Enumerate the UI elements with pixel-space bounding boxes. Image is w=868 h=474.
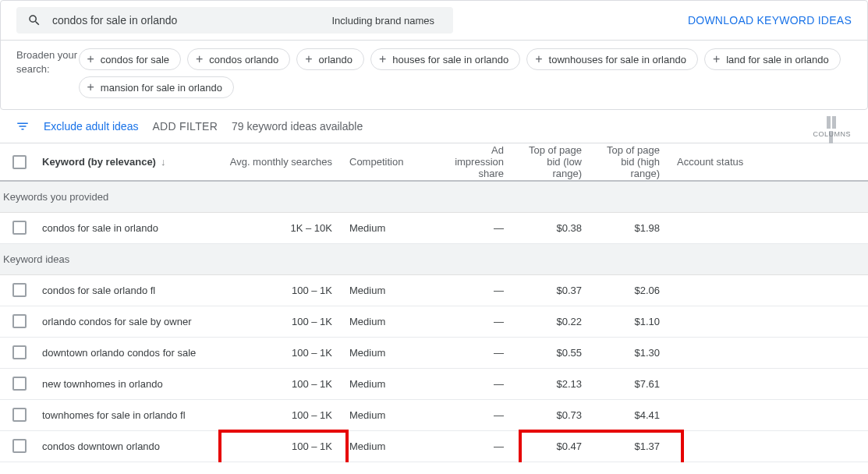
cell-keyword: orlando condos for sale by owner — [39, 306, 218, 337]
cell-searches: 100 – 1K — [218, 368, 343, 399]
row-checkbox-cell[interactable] — [0, 430, 39, 462]
cell-bid-high: $1.30 — [593, 337, 671, 368]
cell-searches: 1K – 10K — [218, 212, 343, 243]
cell-keyword: condos for sale in orlando — [39, 212, 218, 243]
column-account-status[interactable]: Account status — [671, 143, 868, 181]
filter-icon[interactable] — [16, 119, 30, 133]
cell-account-status — [671, 212, 868, 243]
plus-icon: + — [87, 52, 94, 66]
cell-competition: Medium — [343, 368, 437, 399]
cell-impression: — — [437, 430, 515, 462]
column-ad-impression[interactable]: Ad impression share — [437, 143, 515, 181]
table-row: new townhomes in orlando100 – 1KMedium—$… — [0, 368, 868, 399]
chip-orlando[interactable]: +orlando — [296, 48, 364, 70]
select-all-cell[interactable] — [0, 143, 39, 181]
row-checkbox-cell[interactable] — [0, 399, 39, 430]
column-competition[interactable]: Competition — [343, 143, 437, 181]
section-row: Keyword ideas — [0, 243, 868, 274]
chip-condos-for-sale[interactable]: +condos for sale — [79, 48, 182, 70]
cell-searches: 100 – 1K — [218, 430, 343, 462]
checkbox-icon — [12, 314, 27, 328]
column-avg-searches[interactable]: Avg. monthly searches — [218, 143, 343, 181]
sort-arrow-down-icon: ↓ — [161, 156, 166, 168]
cell-account-status — [671, 337, 868, 368]
cell-bid-high: $1.98 — [593, 212, 671, 243]
table-header-row: Keyword (by relevance)↓ Avg. monthly sea… — [0, 143, 868, 181]
chip-label: mansion for sale in orlando — [101, 82, 222, 94]
cell-bid-high: $4.41 — [593, 399, 671, 430]
cell-account-status — [671, 399, 868, 430]
add-filter-button[interactable]: ADD FILTER — [152, 120, 218, 133]
columns-button[interactable]: COLUMNS — [813, 116, 851, 138]
checkbox-icon — [12, 155, 27, 169]
table-row: townhomes for sale in orlando fl100 – 1K… — [0, 399, 868, 430]
plus-icon: + — [87, 80, 94, 94]
cell-bid-high: $7.61 — [593, 368, 671, 399]
section-label: Keywords you provided — [0, 181, 868, 212]
download-keyword-ideas-link[interactable]: DOWNLOAD KEYWORD IDEAS — [688, 14, 852, 27]
row-checkbox-cell[interactable] — [0, 337, 39, 368]
cell-bid-low: $0.47 — [515, 430, 593, 462]
top-section: condos for sale in orlando Including bra… — [0, 0, 868, 110]
cell-impression: — — [437, 368, 515, 399]
plus-icon: + — [379, 52, 386, 66]
broaden-label: Broaden your search: — [16, 48, 79, 76]
chip-condos-orlando[interactable]: +condos orlando — [187, 48, 290, 70]
cell-keyword: new townhomes in orlando — [39, 368, 218, 399]
exclude-adult-ideas-link[interactable]: Exclude adult ideas — [44, 120, 138, 133]
cell-account-status — [671, 368, 868, 399]
columns-icon — [824, 116, 840, 129]
checkbox-icon — [12, 221, 27, 235]
row-checkbox-cell[interactable] — [0, 274, 39, 306]
cell-bid-low: $0.22 — [515, 306, 593, 337]
cell-keyword: condos downtown orlando — [39, 430, 218, 462]
table-row: orlando condos for sale by owner100 – 1K… — [0, 306, 868, 337]
checkbox-icon — [12, 345, 27, 359]
cell-bid-low: $0.37 — [515, 274, 593, 306]
cell-competition: Medium — [343, 399, 437, 430]
cell-impression: — — [437, 274, 515, 306]
chip-label: land for sale in orlando — [726, 54, 829, 65]
including-brand-label: Including brand names — [331, 15, 434, 27]
chip-label: condos for sale — [101, 54, 169, 65]
table-row: condos for sale orlando fl100 – 1KMedium… — [0, 274, 868, 306]
cell-account-status — [671, 306, 868, 337]
plus-icon: + — [535, 52, 542, 66]
table-row: condos for sale in orlando1K – 10KMedium… — [0, 212, 868, 243]
cell-impression: — — [437, 306, 515, 337]
cell-competition: Medium — [343, 430, 437, 462]
search-box[interactable]: condos for sale in orlando Including bra… — [16, 7, 453, 34]
chip-townhouses-for-sale-in-orlando[interactable]: +townhouses for sale in orlando — [526, 48, 698, 70]
section-row: Keywords you provided — [0, 181, 868, 212]
cell-bid-low: $2.13 — [515, 368, 593, 399]
checkbox-icon — [12, 408, 27, 422]
chip-land-for-sale-in-orlando[interactable]: +land for sale in orlando — [704, 48, 841, 70]
chip-mansion-for-sale-in-orlando[interactable]: +mansion for sale in orlando — [79, 76, 234, 98]
search-icon — [27, 13, 41, 27]
cell-impression: — — [437, 337, 515, 368]
checkbox-icon — [12, 283, 27, 297]
plus-icon: + — [305, 52, 312, 66]
row-checkbox-cell[interactable] — [0, 368, 39, 399]
column-bid-high[interactable]: Top of page bid (high range) — [593, 143, 671, 181]
cell-keyword: downtown orlando condos for sale — [39, 337, 218, 368]
cell-bid-low: $0.38 — [515, 212, 593, 243]
chip-label: houses for sale in orlando — [392, 54, 508, 65]
cell-competition: Medium — [343, 306, 437, 337]
row-checkbox-cell[interactable] — [0, 306, 39, 337]
chip-houses-for-sale-in-orlando[interactable]: +houses for sale in orlando — [370, 48, 520, 70]
cell-competition: Medium — [343, 274, 437, 306]
column-bid-low[interactable]: Top of page bid (low range) — [515, 143, 593, 181]
cell-competition: Medium — [343, 212, 437, 243]
cell-searches: 100 – 1K — [218, 337, 343, 368]
search-row: condos for sale in orlando Including bra… — [1, 1, 867, 40]
table-row: condos downtown orlando100 – 1KMedium—$0… — [0, 430, 868, 462]
cell-searches: 100 – 1K — [218, 399, 343, 430]
row-checkbox-cell[interactable] — [0, 212, 39, 243]
column-keyword[interactable]: Keyword (by relevance)↓ — [39, 143, 218, 181]
cell-account-status — [671, 274, 868, 306]
cell-searches: 100 – 1K — [218, 306, 343, 337]
broaden-row: Broaden your search: +condos for sale +c… — [1, 40, 867, 109]
table-body: Keywords you providedcondos for sale in … — [0, 181, 868, 462]
cell-keyword: condos for sale orlando fl — [39, 274, 218, 306]
